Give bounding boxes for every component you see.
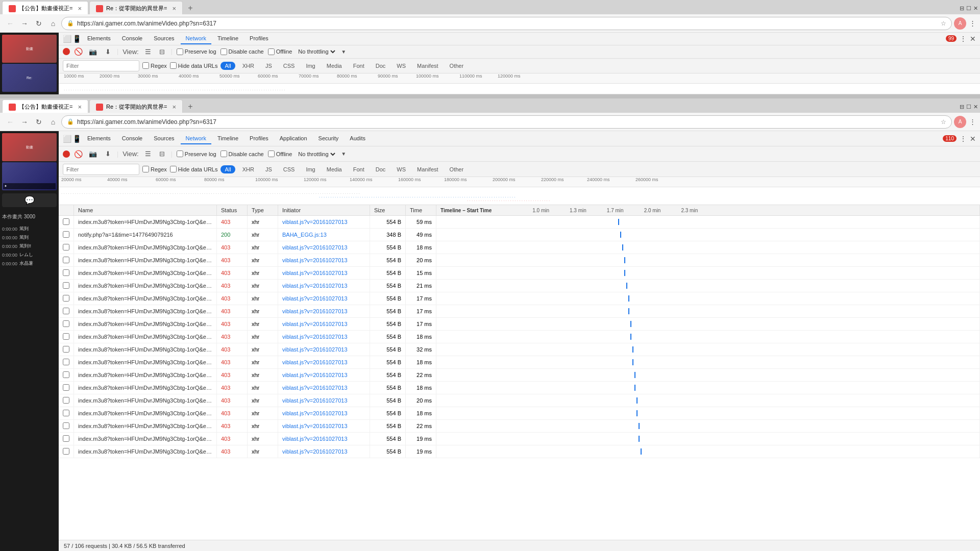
address-bar-bottom[interactable]: 🔒 https://ani.gamer.com.tw/animeVideo.ph…: [61, 115, 952, 129]
offline-cb-top[interactable]: [268, 48, 275, 55]
table-row[interactable]: index.m3u8?token=HFUmDvrJM9Ng3Cbtg-1orQ&…: [59, 343, 980, 356]
row-name-11[interactable]: index.m3u8?token=HFUmDvrJM9Ng3Cbtg-1orQ&…: [74, 356, 217, 369]
tab-close-1-bottom[interactable]: ×: [78, 103, 82, 111]
row-initiator-15[interactable]: viblast.js?v=20161027013: [278, 407, 370, 420]
camera-btn-bottom[interactable]: 📷: [87, 149, 99, 159]
offline-label-top[interactable]: Offline: [268, 48, 292, 55]
forward-btn-bottom[interactable]: →: [18, 116, 31, 128]
filter-input-bottom[interactable]: [63, 164, 139, 175]
filter-font-top[interactable]: Font: [349, 62, 369, 70]
preserve-log-cb-bottom[interactable]: [177, 151, 183, 157]
camera-btn-top[interactable]: 📷: [87, 47, 99, 57]
regex-cb-bottom[interactable]: [142, 166, 149, 172]
devtools-inspect-icon-bottom[interactable]: ⬜: [63, 135, 71, 143]
row-name-16[interactable]: index.m3u8?token=HFUmDvrJM9Ng3Cbtg-1orQ&…: [74, 420, 217, 433]
offline-label-bottom[interactable]: Offline: [268, 151, 292, 157]
disable-cache-cb-top[interactable]: [220, 48, 227, 55]
devtools-inspect-icon-top[interactable]: ⬜: [63, 35, 71, 43]
tab-sources-bottom[interactable]: Sources: [149, 133, 179, 144]
profile-icon-top[interactable]: A: [954, 17, 966, 30]
chat-icon-bottom[interactable]: 💬: [2, 193, 57, 207]
view-large-btn-bottom[interactable]: ⊟: [157, 149, 167, 159]
table-row[interactable]: notify.php?a=1&time=1477649079216 200 xh…: [59, 229, 980, 241]
row-name-2[interactable]: index.m3u8?token=HFUmDvrJM9Ng3Cbtg-1orQ&…: [74, 241, 217, 254]
table-row[interactable]: index.m3u8?token=HFUmDvrJM9Ng3Cbtg-1orQ&…: [59, 280, 980, 292]
row-name-14[interactable]: index.m3u8?token=HFUmDvrJM9Ng3Cbtg-1orQ&…: [74, 394, 217, 407]
row-initiator-6[interactable]: viblast.js?v=20161027013: [278, 292, 370, 305]
filter-font-bottom[interactable]: Font: [349, 165, 369, 173]
col-initiator[interactable]: Initiator: [278, 205, 370, 216]
filter-ws-bottom[interactable]: WS: [393, 165, 410, 173]
view-list-btn-bottom[interactable]: ☰: [143, 149, 153, 159]
row-initiator-3[interactable]: viblast.js?v=20161027013: [278, 254, 370, 267]
tab-1-bottom[interactable]: 【公告】動畫優視正= ×: [2, 99, 88, 114]
refresh-btn-top[interactable]: ↻: [33, 17, 45, 30]
row-name-4[interactable]: index.m3u8?token=HFUmDvrJM9Ng3Cbtg-1orQ&…: [74, 267, 217, 280]
tab-console-bottom[interactable]: Console: [117, 133, 148, 144]
regex-label-bottom[interactable]: Regex: [142, 166, 167, 172]
table-row[interactable]: index.m3u8?token=HFUmDvrJM9Ng3Cbtg-1orQ&…: [59, 433, 980, 445]
row-checkbox-0[interactable]: [59, 216, 74, 229]
tab-sources-top[interactable]: Sources: [149, 33, 179, 44]
row-checkbox-16[interactable]: [59, 420, 74, 433]
row-initiator-2[interactable]: viblast.js?v=20161027013: [278, 241, 370, 254]
row-initiator-7[interactable]: viblast.js?v=20161027013: [278, 305, 370, 318]
tab-network-bottom[interactable]: Network: [181, 133, 211, 144]
hide-data-urls-label-bottom[interactable]: Hide data URLs: [170, 166, 218, 172]
col-size[interactable]: Size: [370, 205, 406, 216]
table-row[interactable]: index.m3u8?token=HFUmDvrJM9Ng3Cbtg-1orQ&…: [59, 254, 980, 267]
row-initiator-16[interactable]: viblast.js?v=20161027013: [278, 420, 370, 433]
filter-manifest-top[interactable]: Manifest: [413, 62, 443, 70]
throttle-select-bottom[interactable]: No throttling: [296, 151, 337, 158]
col-status[interactable]: Status: [217, 205, 248, 216]
disable-cache-label-top[interactable]: Disable cache: [220, 48, 264, 55]
devtools-close-top[interactable]: ✕: [970, 35, 976, 43]
row-checkbox-11[interactable]: [59, 356, 74, 369]
row-checkbox-18[interactable]: [59, 445, 74, 458]
throttle-chevron-bottom[interactable]: ▼: [341, 151, 346, 157]
filter-xhr-bottom[interactable]: XHR: [238, 165, 258, 173]
tab-1-top[interactable]: 【公告】動畫優視正= ×: [2, 1, 88, 15]
profile-icon-bottom[interactable]: A: [954, 116, 966, 128]
row-name-8[interactable]: index.m3u8?token=HFUmDvrJM9Ng3Cbtg-1orQ&…: [74, 318, 217, 331]
preserve-log-cb-top[interactable]: [177, 48, 183, 55]
row-name-17[interactable]: index.m3u8?token=HFUmDvrJM9Ng3Cbtg-1orQ&…: [74, 433, 217, 445]
tab-elements-bottom[interactable]: Elements: [82, 133, 116, 144]
row-initiator-9[interactable]: viblast.js?v=20161027013: [278, 331, 370, 343]
new-tab-btn-top[interactable]: +: [184, 2, 197, 15]
table-row[interactable]: index.m3u8?token=HFUmDvrJM9Ng3Cbtg-1orQ&…: [59, 420, 980, 433]
devtools-menu-bottom[interactable]: ⋮: [960, 135, 967, 143]
row-name-18[interactable]: index.m3u8?token=HFUmDvrJM9Ng3Cbtg-1orQ&…: [74, 445, 217, 458]
devtools-device-icon-bottom[interactable]: 📱: [72, 135, 81, 143]
home-btn-bottom[interactable]: ⌂: [47, 116, 59, 128]
filter-js-bottom[interactable]: JS: [261, 165, 276, 173]
row-initiator-11[interactable]: viblast.js?v=20161027013: [278, 356, 370, 369]
filter-all-top[interactable]: All: [220, 62, 235, 70]
filter-js-top[interactable]: JS: [261, 62, 276, 70]
row-name-3[interactable]: index.m3u8?token=HFUmDvrJM9Ng3Cbtg-1orQ&…: [74, 254, 217, 267]
tab-close-2[interactable]: ×: [173, 5, 177, 12]
row-name-9[interactable]: index.m3u8?token=HFUmDvrJM9Ng3Cbtg-1orQ&…: [74, 331, 217, 343]
row-initiator-10[interactable]: viblast.js?v=20161027013: [278, 343, 370, 356]
tab-audits-bottom[interactable]: Audits: [345, 133, 371, 144]
tab-security-bottom[interactable]: Security: [313, 133, 344, 144]
tab-elements-top[interactable]: Elements: [82, 33, 116, 44]
address-bar-top[interactable]: 🔒 https://ani.gamer.com.tw/animeVideo.ph…: [61, 17, 952, 30]
table-row[interactable]: index.m3u8?token=HFUmDvrJM9Ng3Cbtg-1orQ&…: [59, 356, 980, 369]
row-name-5[interactable]: index.m3u8?token=HFUmDvrJM9Ng3Cbtg-1orQ&…: [74, 280, 217, 292]
throttle-chevron-top[interactable]: ▼: [341, 49, 346, 55]
row-name-12[interactable]: index.m3u8?token=HFUmDvrJM9Ng3Cbtg-1orQ&…: [74, 369, 217, 382]
tab-close-2-bottom[interactable]: ×: [173, 103, 177, 111]
filter-xhr-top[interactable]: XHR: [238, 62, 258, 70]
table-row[interactable]: index.m3u8?token=HFUmDvrJM9Ng3Cbtg-1orQ&…: [59, 267, 980, 280]
devtools-menu-top[interactable]: ⋮: [960, 35, 967, 43]
row-name-15[interactable]: index.m3u8?token=HFUmDvrJM9Ng3Cbtg-1orQ&…: [74, 407, 217, 420]
filter-doc-bottom[interactable]: Doc: [372, 165, 390, 173]
filter-css-bottom[interactable]: CSS: [279, 165, 299, 173]
back-btn-top[interactable]: ←: [4, 17, 16, 30]
throttle-select-top[interactable]: No throttling: [296, 48, 337, 55]
row-checkbox-15[interactable]: [59, 407, 74, 420]
filter-css-top[interactable]: CSS: [279, 62, 299, 70]
filter-other-bottom[interactable]: Other: [446, 165, 468, 173]
row-checkbox-3[interactable]: [59, 254, 74, 267]
